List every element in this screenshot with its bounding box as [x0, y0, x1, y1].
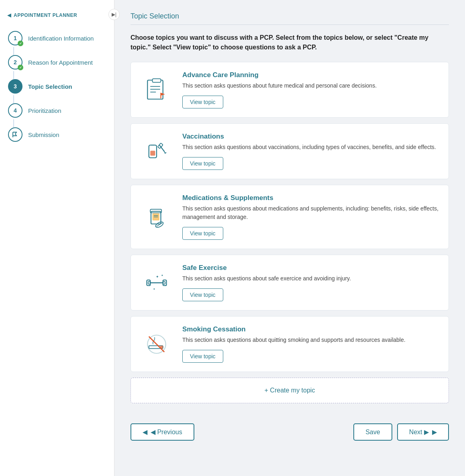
svg-rect-24: [148, 281, 150, 284]
step-circle-4: 4: [8, 103, 22, 118]
sidebar-header: ◀ APPOINTMENT PLANNER: [0, 8, 114, 26]
step-item-topic-selection[interactable]: 3 Topic Selection: [4, 74, 110, 98]
medications-icon: [141, 201, 173, 233]
back-icon[interactable]: ◀: [7, 12, 11, 18]
topic-card-smoking: Smoking Cessation This section asks ques…: [131, 316, 449, 372]
title-divider: [131, 25, 449, 25]
topic-desc-vaccinations: This section asks questions about vaccin…: [182, 143, 439, 151]
topic-desc-smoking: This section asks questions about quitti…: [182, 336, 439, 344]
create-topic-button[interactable]: + Create my topic: [131, 378, 449, 403]
save-button[interactable]: Save: [353, 423, 392, 441]
next-button[interactable]: Next ▶ ▶: [397, 423, 449, 441]
view-topic-button-smoking[interactable]: View topic: [182, 350, 223, 363]
topic-desc-advance-care: This section asks questions about future…: [182, 82, 439, 90]
next-icon: ▶: [432, 428, 437, 436]
smoking-icon: [141, 328, 173, 360]
view-topic-button-advance-care[interactable]: View topic: [182, 96, 223, 108]
topic-name-smoking: Smoking Cessation: [182, 325, 439, 333]
topic-name-advance-care: Advance Care Planning: [182, 71, 439, 79]
previous-label: ◀ Previous: [151, 428, 182, 436]
step-label-2: Reason for Appointment: [28, 59, 93, 66]
advance-care-icon: [141, 74, 173, 106]
next-label: Next ▶: [409, 428, 429, 436]
topic-name-medications: Medications & Supplements: [182, 194, 439, 202]
step-label-1: Identification Information: [28, 35, 94, 42]
step-circle-3: 3: [8, 79, 22, 94]
topic-info-advance-care: Advance Care Planning This section asks …: [182, 71, 439, 108]
step-label-4: Prioritization: [28, 107, 61, 114]
collapse-button[interactable]: ▶|: [108, 9, 120, 20]
topic-card-exercise: ✦ ✦ ✦ Safe Exercise This section asks qu…: [131, 255, 449, 311]
view-topic-button-vaccinations[interactable]: View topic: [182, 157, 223, 170]
topic-card-advance-care: Advance Care Planning This section asks …: [131, 62, 449, 118]
topic-desc-exercise: This section asks questions about safe e…: [182, 274, 439, 283]
topic-info-vaccinations: Vaccinations This section asks questions…: [182, 133, 439, 170]
check-badge-2: ✓: [18, 65, 23, 70]
topic-name-exercise: Safe Exercise: [182, 264, 439, 272]
footer: ◀ ◀ Previous Save Next ▶ ▶: [131, 415, 449, 441]
intro-text: Choose topics you want to discuss with a…: [131, 33, 449, 52]
topic-card-vaccinations: Vaccinations This section asks questions…: [131, 123, 449, 179]
topic-info-smoking: Smoking Cessation This section asks ques…: [182, 325, 439, 363]
step-item-reason[interactable]: 2 ✓ Reason for Appointment: [4, 50, 110, 74]
main-content: Topic Selection Choose topics you want t…: [114, 0, 465, 476]
previous-icon: ◀: [143, 428, 147, 436]
view-topic-button-exercise[interactable]: View topic: [182, 288, 223, 301]
step-circle-1: 1 ✓: [8, 31, 22, 45]
create-topic-label: + Create my topic: [265, 387, 315, 394]
topic-name-vaccinations: Vaccinations: [182, 133, 439, 141]
footer-right: Save Next ▶ ▶: [353, 423, 449, 441]
svg-rect-25: [163, 281, 165, 284]
step-list: 1 ✓ Identification Information 2 ✓ Reaso…: [0, 26, 114, 147]
svg-text:✦: ✦: [153, 287, 155, 290]
view-topic-button-medications[interactable]: View topic: [182, 227, 223, 240]
topic-card-medications: Medications & Supplements This section a…: [131, 185, 449, 249]
topic-desc-medications: This section asks questions about medica…: [182, 204, 439, 221]
svg-rect-8: [150, 151, 155, 155]
svg-text:✦: ✦: [156, 274, 159, 278]
svg-line-32: [149, 336, 165, 352]
page-title: Topic Selection: [131, 12, 449, 20]
vaccinations-icon: [141, 135, 173, 168]
step-item-submission[interactable]: Submission: [4, 123, 110, 147]
previous-button[interactable]: ◀ ◀ Previous: [131, 423, 194, 441]
svg-text:✦: ✦: [161, 274, 163, 277]
step-item-identification[interactable]: 1 ✓ Identification Information: [4, 26, 110, 50]
step-circle-2: 2 ✓: [8, 55, 22, 69]
exercise-icon: ✦ ✦ ✦: [141, 267, 173, 299]
topic-info-medications: Medications & Supplements This section a…: [182, 194, 439, 240]
svg-rect-1: [153, 79, 161, 82]
step-label-5: Submission: [28, 131, 59, 138]
topic-info-exercise: Safe Exercise This section asks question…: [182, 264, 439, 301]
sidebar-title: APPOINTMENT PLANNER: [14, 12, 77, 18]
step-circle-5: [8, 127, 22, 142]
check-badge-1: ✓: [18, 41, 23, 46]
step-item-prioritization[interactable]: 4 Prioritization: [4, 98, 110, 123]
step-label-3: Topic Selection: [28, 83, 72, 90]
sidebar: ◀ APPOINTMENT PLANNER ▶| 1 ✓ Identificat…: [0, 0, 114, 476]
